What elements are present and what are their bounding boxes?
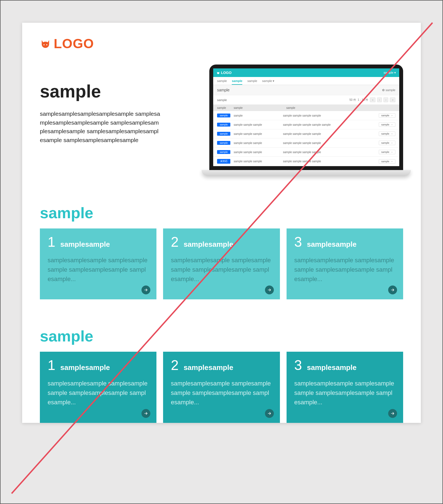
row-action-label: sample <box>381 142 389 144</box>
logo-text: LOGO <box>54 36 94 51</box>
card-arrow-button[interactable] <box>141 286 150 294</box>
card-head: 3samplesample <box>294 358 395 372</box>
feature-card[interactable]: 2samplesamplesamplesamplesample samplesa… <box>163 228 280 299</box>
status-badge: sample <box>217 123 230 127</box>
card-body: samplesamplesample samplesamplesample sa… <box>48 379 149 407</box>
table-row: samplesample sample samplesample sample … <box>213 120 399 129</box>
app-tab-3-label: sample <box>262 79 272 83</box>
status-badge: sample <box>217 114 230 117</box>
row-action-button[interactable]: sample→ <box>379 122 395 127</box>
card-number: 2 <box>171 235 179 249</box>
arrow-right-icon: → <box>390 151 393 153</box>
feature-card[interactable]: 3samplesamplesamplesamplesample samplesa… <box>287 352 403 423</box>
app-user-label: sample <box>383 71 393 74</box>
arrow-right-icon <box>144 411 148 416</box>
card-body: samplesamplesample samplesamplesample sa… <box>171 256 272 284</box>
card-number: 2 <box>171 358 179 372</box>
app-search-row: sample 50 件 1 - 10 件 « ‹ › » <box>213 95 399 105</box>
card-body: samplesamplesample samplesamplesample sa… <box>294 256 395 284</box>
app-user-menu[interactable]: sample ▾ <box>383 71 396 74</box>
cell-title: sample sample sample <box>230 151 283 154</box>
card-number: 1 <box>48 358 55 372</box>
arrow-right-icon: → <box>390 132 393 135</box>
app-logo: LOGO <box>217 71 231 75</box>
pager-last[interactable]: » <box>390 97 395 102</box>
gear-icon: ✿ <box>382 88 385 92</box>
app-tabs: sample sample sample sample ▾ <box>213 77 399 85</box>
feature-card[interactable]: 2samplesamplesamplesamplesample samplesa… <box>163 352 280 423</box>
app-tab-2[interactable]: sample <box>247 79 257 85</box>
hero: sample samplesamplesamplesamplesample sa… <box>40 65 403 176</box>
pager-prev[interactable]: ‹ <box>377 97 382 102</box>
cell-desc: sample sample sample sample <box>283 142 379 145</box>
card-arrow-button[interactable] <box>388 286 397 294</box>
hero-body: samplesamplesamplesamplesample samplesam… <box>40 109 162 144</box>
count-label: 50 件 <box>349 98 356 102</box>
col-2: sample <box>286 106 379 109</box>
card-arrow-button[interactable] <box>388 409 397 418</box>
feature-card[interactable]: 1samplesamplesamplesamplesample samplesa… <box>40 352 156 423</box>
hero-title: sample <box>40 81 162 102</box>
pager-next[interactable]: › <box>383 97 388 102</box>
section2-title: sample <box>40 327 403 345</box>
row-action-button[interactable]: sample→ <box>379 132 395 136</box>
card-title: samplesample <box>184 240 233 249</box>
cell-title: sample sample sample <box>230 142 283 145</box>
section1-cards: 1samplesamplesamplesamplesample samplesa… <box>40 228 403 299</box>
card-number: 1 <box>48 235 55 249</box>
pager-first[interactable]: « <box>370 97 375 102</box>
row-action-button[interactable]: sample→ <box>379 141 395 145</box>
arrow-right-icon <box>390 411 395 416</box>
app-content-title: sample <box>217 88 230 92</box>
row-action-button[interactable]: sample→ <box>379 150 395 154</box>
arrow-right-icon <box>144 288 148 292</box>
arrow-right-icon <box>267 288 272 292</box>
laptop-screen: LOGO sample ▾ sample sample sample <box>209 65 403 170</box>
card-title: samplesample <box>60 240 110 249</box>
card-arrow-button[interactable] <box>141 409 150 418</box>
cell-desc: sample sample sample sample <box>283 160 379 163</box>
table-body: samplesamplesample sample sample samples… <box>213 111 399 166</box>
range-label: 1 - 10 件 <box>358 98 368 102</box>
card-arrow-button[interactable] <box>265 286 274 294</box>
col-0: sample <box>217 106 234 109</box>
app-tab-0[interactable]: sample <box>217 79 227 85</box>
row-action-label: sample <box>381 151 389 153</box>
app-settings-link[interactable]: ✿ sample <box>382 88 395 92</box>
card-title: samplesample <box>307 240 356 249</box>
app-title-row: sample ✿ sample <box>213 85 399 95</box>
arrow-right-icon: → <box>390 114 393 117</box>
arrow-right-icon <box>390 288 395 292</box>
arrow-right-icon <box>267 411 272 416</box>
app-tab-1[interactable]: sample <box>232 79 242 85</box>
col-1: sample <box>234 106 286 109</box>
row-action-label: sample <box>381 132 389 135</box>
cat-icon <box>40 38 51 49</box>
card-body: samplesamplesample samplesamplesample sa… <box>294 379 395 407</box>
feature-card[interactable]: 3samplesamplesamplesamplesample samplesa… <box>287 228 403 299</box>
row-action-button[interactable]: sample→ <box>379 113 395 118</box>
cell-desc: sample sample sample sample <box>283 114 379 117</box>
gear-label: sample <box>386 88 395 92</box>
cell-desc: sample sample sample sample <box>283 151 379 154</box>
card-body: samplesamplesample samplesamplesample sa… <box>48 256 149 284</box>
table-row: samplesamplesample sample sample samples… <box>213 111 399 120</box>
cell-desc: sample sample sample sample sample <box>283 123 379 126</box>
search-label: sample <box>217 98 227 102</box>
row-action-button[interactable]: sample→ <box>379 159 395 164</box>
col-3 <box>379 106 395 109</box>
card-head: 3samplesample <box>294 235 395 249</box>
app-screenshot: LOGO sample ▾ sample sample sample <box>213 68 399 166</box>
row-action-label: sample <box>381 123 389 126</box>
card-arrow-button[interactable] <box>265 409 274 418</box>
table-header: sample sample sample <box>213 105 399 111</box>
feature-card[interactable]: 1samplesamplesamplesamplesample samplesa… <box>40 228 156 299</box>
table-row: samplesample sample samplesample sample … <box>213 129 399 138</box>
cell-title: sample sample sample <box>230 132 283 135</box>
status-badge: 未対応 <box>217 159 230 164</box>
status-badge: sample <box>217 132 230 136</box>
laptop-base <box>202 170 411 176</box>
app-tab-3[interactable]: sample ▾ <box>262 79 275 85</box>
chevron-down-icon: ▾ <box>273 79 274 83</box>
card-number: 3 <box>294 235 302 249</box>
